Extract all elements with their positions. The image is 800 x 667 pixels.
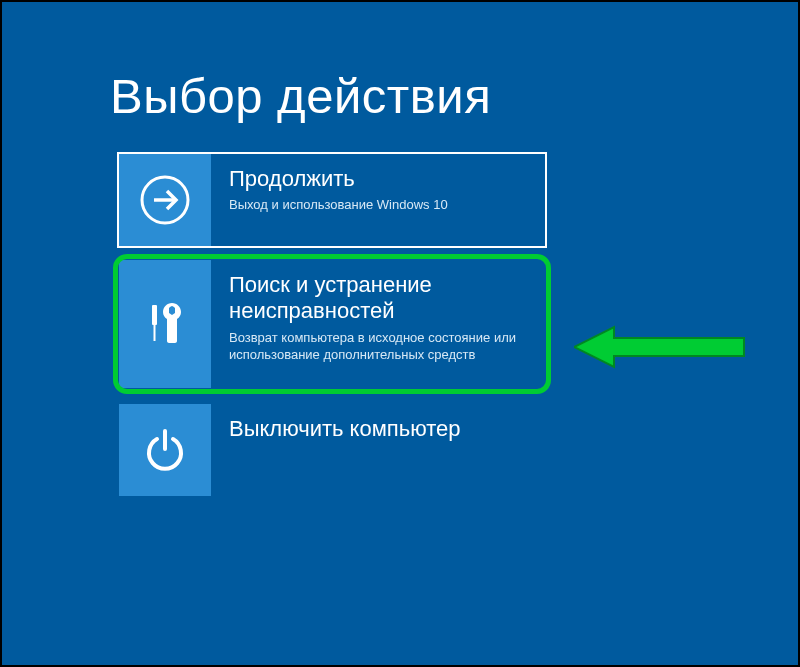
option-continue[interactable]: Продолжить Выход и использование Windows… — [117, 152, 547, 248]
option-desc: Возврат компьютера в исходное состояние … — [229, 329, 529, 364]
option-title: Продолжить — [229, 166, 529, 192]
annotation-arrow-icon — [574, 322, 754, 372]
arrow-right-icon — [119, 154, 211, 246]
option-title: Поиск и устранение неисправностей — [229, 272, 529, 325]
page-title: Выбор действия — [110, 68, 491, 124]
svg-rect-2 — [152, 305, 157, 325]
option-desc: Выход и использование Windows 10 — [229, 196, 529, 214]
option-troubleshoot[interactable]: Поиск и устранение неисправностей Возвра… — [117, 258, 547, 390]
option-shutdown[interactable]: Выключить компьютер — [117, 402, 547, 498]
option-title: Выключить компьютер — [229, 416, 529, 442]
svg-rect-3 — [154, 325, 156, 341]
power-icon — [119, 404, 211, 496]
option-text: Продолжить Выход и использование Windows… — [211, 154, 545, 224]
svg-marker-5 — [574, 327, 744, 367]
option-text: Поиск и устранение неисправностей Возвра… — [211, 260, 545, 374]
tools-icon — [119, 260, 211, 388]
option-text: Выключить компьютер — [211, 404, 545, 456]
options-list: Продолжить Выход и использование Windows… — [117, 152, 547, 504]
